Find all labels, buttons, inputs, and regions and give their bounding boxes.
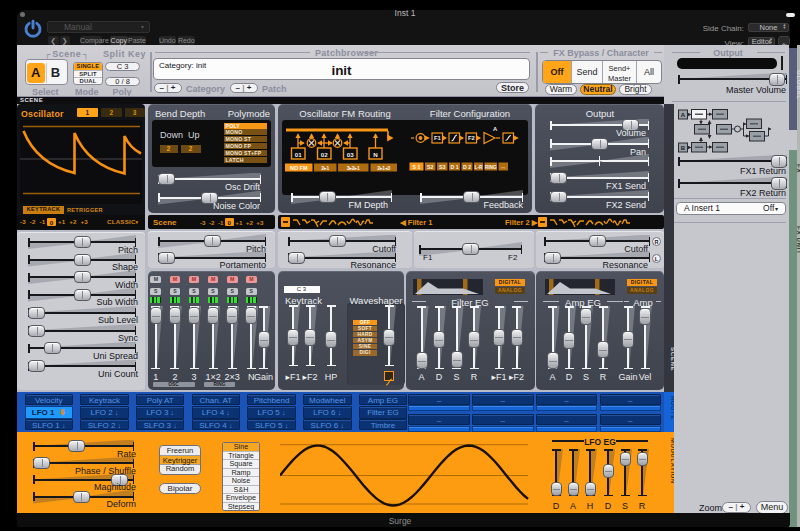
svg-text:B: B xyxy=(681,145,686,151)
svg-text:FX UNIT: FX UNIT xyxy=(796,226,800,254)
svg-text:S3: S3 xyxy=(439,164,445,170)
svg-text:D 1: D 1 xyxy=(450,164,458,170)
svg-text:F1: F1 xyxy=(434,135,442,141)
svg-text:01: 01 xyxy=(295,151,302,158)
svg-text:S 1: S 1 xyxy=(413,164,421,170)
svg-text:03: 03 xyxy=(347,151,354,158)
svg-text:D 2: D 2 xyxy=(463,164,471,170)
svg-text:SCENE: SCENE xyxy=(670,347,674,371)
svg-text:↔: ↔ xyxy=(500,164,506,170)
svg-text:RING: RING xyxy=(485,165,497,170)
svg-text:N: N xyxy=(373,151,378,158)
svg-text:F2: F2 xyxy=(468,135,475,141)
svg-text:FX: FX xyxy=(796,164,800,173)
svg-text:MODULATION: MODULATION xyxy=(670,438,674,484)
svg-text:A: A xyxy=(681,112,686,118)
svg-text:2▸1: 2▸1 xyxy=(321,166,329,171)
svg-text:02: 02 xyxy=(321,151,328,158)
svg-text:3▸2▸1: 3▸2▸1 xyxy=(347,166,360,171)
svg-text:L-R: L-R xyxy=(475,165,484,170)
svg-text:NO FM: NO FM xyxy=(290,165,308,171)
svg-text:S2: S2 xyxy=(427,164,433,170)
svg-text:2▸1◂3: 2▸1◂3 xyxy=(377,166,390,171)
svg-text:GLOBAL: GLOBAL xyxy=(796,70,800,100)
svg-text:ROUTE: ROUTE xyxy=(670,396,674,420)
